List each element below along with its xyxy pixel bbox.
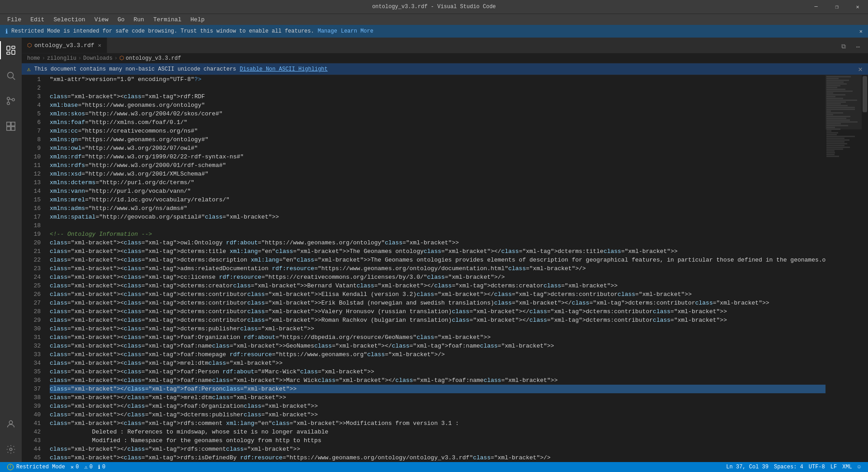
encoding-status[interactable]: UTF-8	[809, 464, 825, 470]
scrollbar-track[interactable]	[862, 75, 868, 462]
code-line[interactable]: class="xml-bracket"><class="xml-tag">dct…	[50, 299, 826, 307]
code-line[interactable]	[50, 84, 826, 92]
code-line[interactable]: class="xml-bracket"><class="xml-tag">foa…	[50, 350, 826, 359]
code-line[interactable]: class="xml-bracket"><class="xml-tag">adm…	[50, 264, 826, 273]
code-line[interactable]: xmlns:vann="http://purl.org/vocab/vann/"	[50, 187, 826, 195]
code-line[interactable]: Modified : Namespace for the geonames on…	[50, 436, 826, 445]
line-number: 16	[22, 204, 41, 213]
code-line[interactable]: xmlns:foaf="http://xmlns.com/foaf/0.1/"	[50, 118, 826, 127]
breadcrumb-user[interactable]: zilongliu	[47, 55, 76, 62]
spaces-status[interactable]: Spaces: 4	[774, 464, 803, 470]
code-line[interactable]: class="xml-bracket"></class="xml-tag">rd…	[50, 445, 826, 453]
split-editor-button[interactable]: ⧉	[837, 40, 850, 53]
code-line[interactable]: class="xml-bracket"><class="xml-tag">dct…	[50, 247, 826, 256]
code-line[interactable]: xmlns:rdf="http://www.w3.org/1999/02/22-…	[50, 153, 826, 161]
menu-terminal[interactable]: Terminal	[150, 15, 185, 24]
tab-bar: ⬡ ontology_v3.3.rdf ✕ ⧉ ⋯	[22, 38, 868, 53]
line-ending-status[interactable]: LF	[830, 464, 837, 470]
code-line[interactable]: Deleted : References to mindswap, whose …	[50, 428, 826, 436]
line-col-status[interactable]: Ln 37, Col 39	[726, 464, 769, 470]
code-line[interactable]: class="xml-bracket"><class="xml-tag">dct…	[50, 307, 826, 316]
code-line[interactable]: xmlns:cc="https://creativecommons.org/ns…	[50, 127, 826, 135]
search-icon[interactable]	[0, 65, 22, 86]
warnings-status[interactable]: ⚠ 0	[84, 464, 92, 471]
code-line[interactable]: xmlns:owl="http://www.w3.org/2002/07/owl…	[50, 144, 826, 153]
code-line[interactable]: class="xml-bracket"></class="xml-tag">fo…	[50, 402, 826, 410]
code-line[interactable]: xmlns:dcterms="http://purl.org/dc/terms/…	[50, 178, 826, 187]
active-tab[interactable]: ⬡ ontology_v3.3.rdf ✕	[22, 38, 107, 53]
code-area[interactable]: "xml-attr">version="1.0" encoding="UTF-8…	[44, 75, 826, 462]
tab-close-button[interactable]: ✕	[98, 42, 101, 49]
code-line[interactable]: class="xml-bracket"></class="xml-tag">mr…	[50, 393, 826, 402]
code-line[interactable]: class="xml-bracket"></class="xml-tag">fo…	[50, 385, 826, 393]
account-icon[interactable]	[0, 413, 22, 435]
scrollbar-thumb[interactable]	[863, 76, 867, 112]
code-line[interactable]: class="xml-bracket"><class="xml-tag">dct…	[50, 290, 826, 299]
settings-icon[interactable]	[0, 439, 22, 460]
manage-link[interactable]: Manage	[318, 28, 337, 34]
code-line[interactable]: "xml-attr">version="1.0" encoding="UTF-8…	[50, 75, 826, 84]
code-line[interactable]: xmlns:rdfs="http://www.w3.org/2000/01/rd…	[50, 161, 826, 170]
menu-selection[interactable]: Selection	[50, 15, 89, 24]
code-line[interactable]: class="xml-bracket"><class="xml-tag">cc:…	[50, 273, 826, 281]
code-line[interactable]: class="xml-bracket"><class="xml-tag">rdf…	[50, 92, 826, 101]
source-control-icon[interactable]	[0, 90, 22, 112]
menu-help[interactable]: Help	[187, 15, 208, 24]
line-number: 10	[22, 153, 41, 161]
code-line[interactable]: class="xml-bracket"><class="xml-tag">dct…	[50, 281, 826, 290]
line-number: 39	[22, 402, 41, 410]
code-line[interactable]: xmlns:skos="http://www.w3.org/2004/02/sk…	[50, 110, 826, 118]
main-layout: ⬡ ontology_v3.3.rdf ✕ ⧉ ⋯ home › zilongl…	[0, 38, 868, 462]
code-line[interactable]: xmlns:xsd="http://www.w3.org/2001/XMLSch…	[50, 170, 826, 178]
code-line[interactable]: class="xml-bracket"><class="xml-tag">rdf…	[50, 419, 826, 428]
code-line[interactable]: class="xml-bracket"><class="xml-tag">foa…	[50, 376, 826, 385]
tab-filename: ontology_v3.3.rdf	[34, 42, 94, 49]
code-line[interactable]: xml:base="https://www.geonames.org/ontol…	[50, 101, 826, 110]
code-line[interactable]: xmlns:spatial="http://geovocab.org/spati…	[50, 213, 826, 221]
code-line[interactable]: class="xml-bracket"><class="xml-tag">foa…	[50, 342, 826, 350]
language-label: XML	[842, 464, 852, 470]
line-number: 35	[22, 367, 41, 376]
maximize-button[interactable]: ❐	[826, 0, 847, 14]
code-line[interactable]: class="xml-bracket"><class="xml-tag">foa…	[50, 333, 826, 342]
close-button[interactable]: ✕	[847, 0, 868, 14]
breadcrumb-downloads[interactable]: Downloads	[83, 55, 113, 62]
feedback-status[interactable]: ☺	[858, 464, 861, 470]
menu-run[interactable]: Run	[130, 15, 147, 24]
menu-file[interactable]: File	[4, 15, 25, 24]
info-banner-close[interactable]: ✕	[859, 28, 863, 35]
menu-bar: File Edit Selection View Go Run Terminal…	[0, 14, 868, 25]
menu-edit[interactable]: Edit	[27, 15, 48, 24]
code-line[interactable]: xmlns:gn="https://www.geonames.org/ontol…	[50, 135, 826, 144]
minimize-button[interactable]: —	[806, 0, 826, 14]
code-line[interactable]: class="xml-bracket"><class="xml-tag">dct…	[50, 324, 826, 333]
language-status[interactable]: XML	[842, 464, 852, 470]
breadcrumb-filename[interactable]: ontology_v3.3.rdf	[126, 55, 181, 62]
menu-view[interactable]: View	[91, 15, 112, 24]
breadcrumb-home[interactable]: home	[27, 55, 40, 62]
code-line[interactable]: class="xml-bracket"></class="xml-tag">dc…	[50, 410, 826, 419]
code-line[interactable]: xmlns:adms="http://www.w3.org/ns/adms#"	[50, 204, 826, 213]
code-line[interactable]: xmlns:mrel="http://id.loc.gov/vocabulary…	[50, 195, 826, 204]
minimap-slider[interactable]	[826, 75, 862, 129]
errors-status[interactable]: ✕ 0	[71, 464, 79, 471]
learn-more-link[interactable]: Learn More	[341, 28, 373, 34]
more-actions-button[interactable]: ⋯	[852, 40, 864, 53]
status-right: Ln 37, Col 39 Spaces: 4 UTF-8 LF XML ☺	[722, 462, 864, 472]
warning-close-button[interactable]: ✕	[858, 65, 863, 74]
disable-highlight-link[interactable]: Disable Non ASCII Highlight	[240, 66, 327, 72]
explorer-icon[interactable]	[0, 39, 22, 61]
code-line[interactable]	[50, 221, 826, 230]
code-line[interactable]: class="xml-bracket"><class="xml-tag">rdf…	[50, 453, 826, 462]
menu-go[interactable]: Go	[114, 15, 128, 24]
code-line[interactable]: <!-- Ontology Information -->	[50, 230, 826, 238]
restricted-mode-status[interactable]: ! Restricted Mode	[7, 464, 65, 470]
editor-content[interactable]: 1234567891011121314151617181920212223242…	[22, 75, 826, 462]
code-line[interactable]: class="xml-bracket"><class="xml-tag">owl…	[50, 238, 826, 247]
infos-status[interactable]: ℹ 0	[98, 464, 105, 471]
code-line[interactable]: class="xml-bracket"><class="xml-tag">foa…	[50, 367, 826, 376]
code-line[interactable]: class="xml-bracket"><class="xml-tag">dct…	[50, 316, 826, 324]
code-line[interactable]: class="xml-bracket"><class="xml-tag">dct…	[50, 256, 826, 264]
code-line[interactable]: class="xml-bracket"><class="xml-tag">mre…	[50, 359, 826, 367]
extensions-icon[interactable]	[0, 115, 22, 137]
